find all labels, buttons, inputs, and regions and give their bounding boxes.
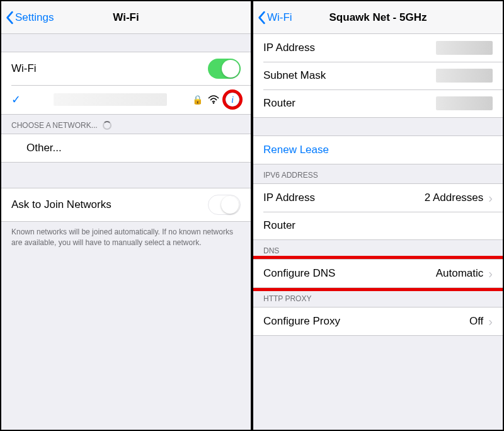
wifi-toggle-row[interactable]: Wi-Fi	[1, 52, 251, 85]
network-info-button[interactable]: i	[224, 91, 241, 108]
wifi-icon	[208, 95, 219, 104]
router-row: Router	[253, 89, 503, 117]
ip-address-value-redacted	[436, 41, 493, 55]
other-label: Other...	[11, 142, 241, 154]
ask-to-join-label: Ask to Join Networks	[11, 198, 208, 211]
chevron-right-icon: ›	[488, 314, 493, 329]
ip-address-label: IP Address	[263, 42, 436, 54]
ask-to-join-row[interactable]: Ask to Join Networks	[1, 188, 251, 221]
configure-proxy-row[interactable]: Configure Proxy Off ›	[253, 307, 503, 335]
subnet-mask-label: Subnet Mask	[263, 69, 436, 82]
wifi-toggle-label: Wi-Fi	[11, 62, 208, 75]
back-button[interactable]: Wi-Fi	[257, 11, 292, 25]
renew-lease-row[interactable]: Renew Lease	[253, 136, 503, 164]
page-title: Squawk Net - 5GHz	[329, 11, 427, 24]
router-label: Router	[263, 97, 436, 110]
chevron-right-icon: ›	[488, 191, 493, 205]
chevron-left-icon	[257, 11, 266, 25]
network-detail-panel: Wi-Fi Squawk Net - 5GHz IP Address Subne…	[252, 0, 504, 431]
spinner-icon	[103, 121, 112, 130]
ipv6-router-row[interactable]: Router	[253, 212, 503, 239]
subnet-mask-row: Subnet Mask	[253, 62, 503, 89]
ipv6-header: IPV6 ADDRESS	[253, 164, 503, 183]
chevron-left-icon	[5, 11, 14, 25]
connected-network-row[interactable]: ✓ 🔒 i	[1, 85, 251, 114]
back-label: Settings	[15, 11, 54, 24]
configure-proxy-label: Configure Proxy	[263, 315, 469, 328]
router-value-redacted	[436, 96, 493, 110]
checkmark-icon: ✓	[11, 93, 21, 106]
wifi-settings-panel: Settings Wi-Fi Wi-Fi ✓ 🔒 i CHO	[0, 0, 252, 431]
ipv6-ip-address-value: 2 Addresses	[425, 192, 484, 204]
choose-network-label: CHOOSE A NETWORK...	[11, 121, 98, 130]
lock-icon: 🔒	[192, 95, 203, 105]
ask-to-join-toggle[interactable]	[208, 195, 241, 215]
subnet-mask-value-redacted	[436, 69, 493, 83]
wifi-toggle-group: Wi-Fi ✓ 🔒 i	[1, 52, 251, 115]
network-name-redacted	[54, 93, 167, 106]
http-proxy-header: HTTP PROXY	[253, 288, 503, 307]
dns-header: DNS	[253, 240, 503, 259]
svg-point-0	[213, 102, 214, 103]
configure-dns-row[interactable]: Configure DNS Automatic ›	[253, 260, 503, 287]
ipv6-router-label: Router	[263, 219, 493, 232]
ask-to-join-note: Known networks will be joined automatica…	[1, 222, 251, 253]
chevron-right-icon: ›	[488, 267, 493, 281]
configure-dns-label: Configure DNS	[263, 267, 436, 280]
other-network-row[interactable]: Other...	[1, 134, 251, 162]
ipv6-ip-address-label: IP Address	[263, 192, 425, 204]
back-label: Wi-Fi	[267, 11, 292, 24]
wifi-toggle[interactable]	[208, 59, 241, 79]
configure-dns-value: Automatic	[436, 267, 484, 280]
ipv6-ip-address-row[interactable]: IP Address 2 Addresses ›	[253, 184, 503, 212]
renew-lease-label: Renew Lease	[263, 144, 493, 156]
nav-bar: Wi-Fi Squawk Net - 5GHz	[253, 1, 503, 34]
page-title: Wi-Fi	[113, 11, 139, 24]
nav-bar: Settings Wi-Fi	[1, 1, 251, 34]
choose-network-header: CHOOSE A NETWORK...	[1, 115, 251, 134]
configure-proxy-value: Off	[469, 315, 483, 328]
back-button[interactable]: Settings	[5, 11, 54, 25]
ip-address-row: IP Address	[253, 34, 503, 62]
